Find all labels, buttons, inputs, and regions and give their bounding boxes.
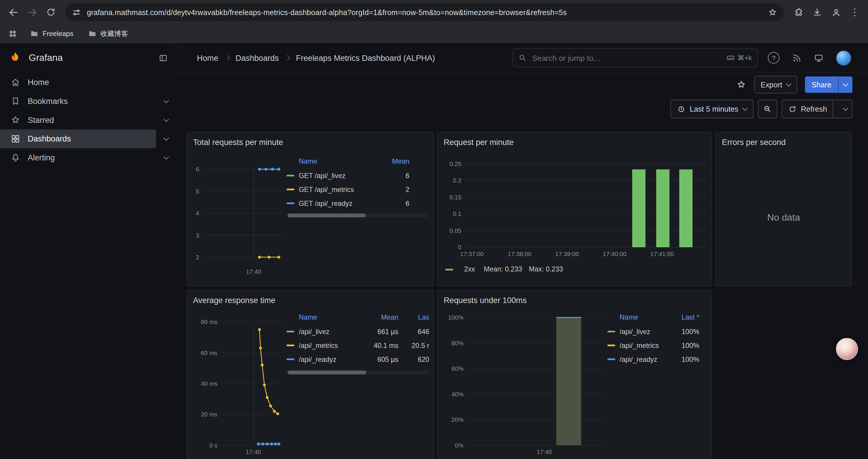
- legend-row[interactable]: GET /api/_metrics 2: [286, 183, 409, 196]
- bookmark-folder-freeleaps[interactable]: Freeleaps: [25, 28, 78, 40]
- series-name[interactable]: GET /api/_metrics: [299, 186, 378, 193]
- timeseries-chart[interactable]: 6543217:40: [189, 154, 286, 279]
- legend-row[interactable]: /api/_metrics 100%: [608, 338, 699, 352]
- breadcrumb-separator-icon: [224, 55, 230, 61]
- chevron-down-icon[interactable]: [156, 92, 176, 111]
- sidebar-item-bookmarks[interactable]: Bookmarks: [0, 92, 176, 111]
- series-name[interactable]: GET /api/_livez: [299, 172, 378, 179]
- monitor-icon[interactable]: [814, 53, 824, 63]
- chevron-down-icon[interactable]: [156, 129, 176, 148]
- refresh-button-group: Refresh: [781, 100, 852, 119]
- legend-row[interactable]: /api/_readyz 100%: [608, 352, 699, 366]
- downloads-icon[interactable]: [808, 3, 826, 21]
- back-button[interactable]: [4, 3, 22, 21]
- legend-row[interactable]: /api/_livez 100%: [608, 325, 699, 338]
- search-input[interactable]: [531, 53, 722, 63]
- legend-col-last[interactable]: Las: [403, 314, 429, 321]
- legend-row[interactable]: /api/_metrics 40.1 ms 20.5 r: [286, 338, 429, 352]
- sidebar-item-home[interactable]: Home: [0, 73, 176, 92]
- forward-button[interactable]: [23, 3, 41, 21]
- breadcrumb-dashboards[interactable]: Dashboards: [236, 54, 279, 62]
- legend-col-last[interactable]: Last *: [666, 314, 699, 321]
- url-bar[interactable]: grafana.mathmast.com/d/deytv4rwavabkb/fr…: [65, 3, 784, 21]
- url-text: grafana.mathmast.com/d/deytv4rwavabkb/fr…: [87, 8, 762, 16]
- legend-row[interactable]: /api/_readyz 605 µs 620: [286, 352, 429, 366]
- bar-chart[interactable]: 0.250.20.150.10.05017:37:0017:38:0017:39…: [440, 154, 709, 265]
- series-name[interactable]: /api/_metrics: [620, 341, 666, 349]
- svg-text:40%: 40%: [452, 391, 464, 398]
- apps-grid-icon[interactable]: [6, 27, 20, 41]
- scrollbar-thumb[interactable]: [288, 214, 366, 218]
- series-last: 100%: [666, 355, 699, 363]
- bookmark-star-icon[interactable]: [768, 7, 777, 17]
- breadcrumb-home[interactable]: Home: [197, 54, 218, 62]
- panel-title[interactable]: Requests under 100ms: [444, 292, 527, 309]
- bar-chart[interactable]: 100%80%60%40%20%0%17:40: [440, 310, 607, 458]
- legend-row[interactable]: GET /api/_livez 6: [286, 169, 409, 183]
- sidebar-item-label: Starred: [28, 116, 54, 124]
- sidebar-item-starred[interactable]: Starred: [0, 111, 176, 130]
- brand-title: Grafana: [29, 53, 63, 64]
- series-mean: 6: [378, 199, 409, 207]
- grafana-logo[interactable]: [8, 51, 22, 65]
- svg-text:17:37:00: 17:37:00: [460, 251, 484, 257]
- series-color-icon: [608, 358, 615, 360]
- series-last: 100%: [666, 328, 699, 335]
- series-name[interactable]: /api/_livez: [620, 328, 666, 335]
- chevron-down-icon[interactable]: [156, 148, 176, 167]
- series-name[interactable]: 2xx: [464, 266, 475, 273]
- keyboard-icon: [726, 54, 735, 62]
- chevron-down-icon[interactable]: [156, 111, 176, 130]
- scrollbar-thumb[interactable]: [288, 371, 366, 374]
- export-button[interactable]: Export: [754, 76, 797, 94]
- legend-col-name[interactable]: Name: [608, 314, 666, 321]
- svg-text:4: 4: [196, 210, 199, 217]
- series-name[interactable]: /api/_readyz: [620, 355, 666, 363]
- panel-title[interactable]: Errors per second: [722, 133, 786, 151]
- search-box[interactable]: ⌘+k: [512, 48, 758, 68]
- menu-kebab-icon[interactable]: ⋮: [846, 3, 864, 21]
- home-icon: [11, 77, 21, 88]
- rss-icon[interactable]: [792, 53, 802, 63]
- series-name[interactable]: GET /api/_readyz: [299, 199, 378, 207]
- series-name[interactable]: /api/_readyz: [299, 355, 365, 363]
- svg-text:0.15: 0.15: [450, 194, 462, 201]
- legend-col-name[interactable]: Name: [286, 158, 378, 165]
- chevron-down-icon: [786, 81, 792, 87]
- legend-col-name[interactable]: Name: [286, 314, 365, 321]
- sidebar-item-alerting[interactable]: Alerting: [0, 148, 176, 167]
- sidebar-item-label: Dashboards: [28, 134, 71, 143]
- bookmark-folder-blogs[interactable]: 收藏博客: [83, 28, 133, 40]
- user-avatar[interactable]: [836, 50, 851, 65]
- panel-title[interactable]: Total requests per minute: [193, 133, 283, 151]
- panel-title[interactable]: Request per minute: [444, 133, 514, 151]
- legend-col-mean[interactable]: Mean: [365, 314, 398, 321]
- favorite-star-icon[interactable]: [736, 80, 746, 90]
- legend-scrollbar[interactable]: [286, 371, 429, 374]
- divider: [833, 100, 833, 118]
- refresh-button[interactable]: Refresh: [801, 105, 827, 113]
- zoom-out-button[interactable]: [758, 100, 777, 119]
- shortcut-label: ⌘+k: [737, 54, 752, 62]
- collapse-sidebar-icon[interactable]: [158, 53, 168, 63]
- series-name[interactable]: /api/_livez: [299, 328, 365, 335]
- browser-window: grafana.mathmast.com/d/deytv4rwavabkb/fr…: [0, 0, 868, 459]
- legend-scrollbar[interactable]: [286, 214, 428, 218]
- site-settings-icon[interactable]: [72, 7, 81, 17]
- legend-row[interactable]: /api/_livez 661 µs 646: [286, 325, 429, 338]
- sidebar-item-dashboards[interactable]: Dashboards: [0, 129, 176, 148]
- share-dropdown-button[interactable]: [838, 76, 852, 93]
- profile-icon[interactable]: [827, 3, 845, 21]
- legend-row[interactable]: GET /api/_readyz 6: [286, 196, 409, 210]
- reload-button[interactable]: [42, 3, 60, 21]
- help-icon[interactable]: ?: [768, 52, 779, 64]
- time-range-picker[interactable]: Last 5 minutes: [670, 100, 753, 119]
- extensions-icon[interactable]: [789, 3, 807, 21]
- refresh-interval-dropdown[interactable]: [839, 108, 852, 110]
- share-button[interactable]: Share: [805, 76, 838, 93]
- assistant-avatar[interactable]: [836, 338, 858, 360]
- series-name[interactable]: /api/_metrics: [299, 341, 365, 349]
- legend-col-mean[interactable]: Mean: [378, 158, 409, 165]
- panel-title[interactable]: Average response time: [193, 292, 276, 309]
- timeseries-chart[interactable]: 80 ms60 ms40 ms20 ms0 s17:40: [189, 310, 286, 458]
